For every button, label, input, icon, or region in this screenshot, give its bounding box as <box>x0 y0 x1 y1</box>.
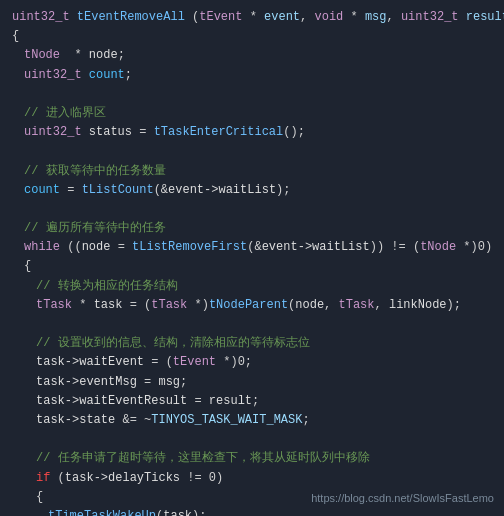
code-line: uint32_t count; <box>0 66 504 85</box>
code-line: tTask * task = (tTask *)tNodeParent(node… <box>0 296 504 315</box>
comment-line: // 进入临界区 <box>0 104 504 123</box>
code-line: { <box>0 257 504 276</box>
comment-line: // 遍历所有等待中的任务 <box>0 219 504 238</box>
blank-line <box>0 85 504 104</box>
code-line: uint32_t status = tTaskEnterCritical(); <box>0 123 504 142</box>
code-container: uint32_t tEventRemoveAll (tEvent * event… <box>0 0 504 516</box>
code-line: count = tListCount(&event->waitList); <box>0 181 504 200</box>
code-line: { <box>0 27 504 46</box>
comment-line: // 任务申请了超时等待，这里检查下，将其从延时队列中移除 <box>0 449 504 468</box>
if-line: if (task->delayTicks != 0) <box>0 469 504 488</box>
blank-line <box>0 315 504 334</box>
return-type: uint32_t <box>12 8 77 27</box>
comment-line: // 获取等待中的任务数量 <box>0 162 504 181</box>
code-line: task->state &= ~TINYOS_TASK_WAIT_MASK; <box>0 411 504 430</box>
code-line: tNode * node; <box>0 46 504 65</box>
comment-line: // 设置收到的信息、结构，清除相应的等待标志位 <box>0 334 504 353</box>
code-line: task->eventMsg = msg; <box>0 373 504 392</box>
code-line: task->waitEventResult = result; <box>0 392 504 411</box>
blank-line <box>0 430 504 449</box>
title-line: uint32_t tEventRemoveAll (tEvent * event… <box>0 8 504 27</box>
blank-line <box>0 142 504 161</box>
watermark: https://blog.csdn.net/SlowIsFastLemo <box>311 490 494 508</box>
while-line: while ((node = tListRemoveFirst(&event->… <box>0 238 504 257</box>
comment-line: // 转换为相应的任务结构 <box>0 277 504 296</box>
code-line: tTimeTaskWakeUp(task); <box>0 507 504 516</box>
func-name: tEventRemoveAll <box>77 8 192 27</box>
code-line: task->waitEvent = (tEvent *)0; <box>0 353 504 372</box>
blank-line <box>0 200 504 219</box>
